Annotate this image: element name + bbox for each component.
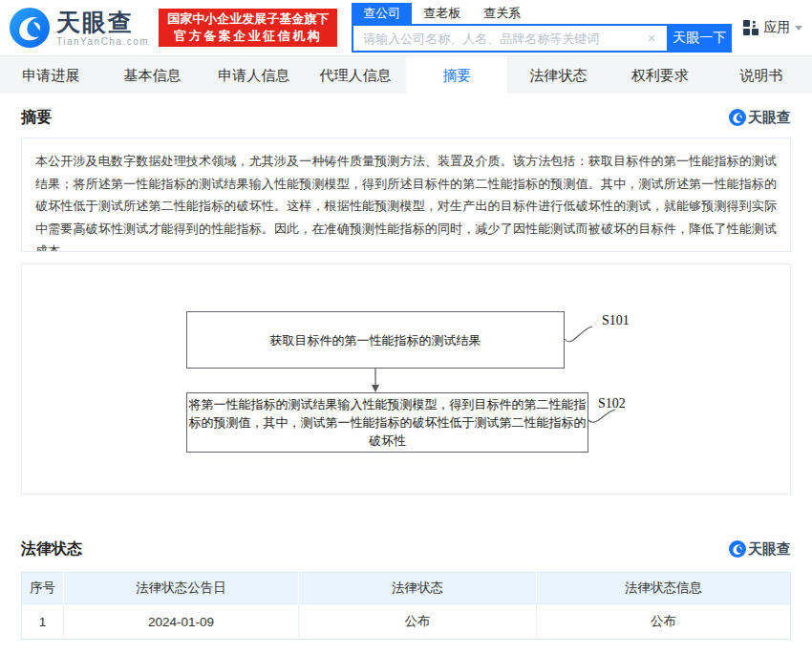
chevron-down-icon xyxy=(795,26,802,31)
tab-abstract[interactable]: 摘要 xyxy=(406,56,507,94)
col-header-index: 序号 xyxy=(22,573,64,604)
tianyancha-swirl-icon xyxy=(10,8,50,48)
apps-menu[interactable]: 应用 xyxy=(743,19,802,36)
search-tab-company[interactable]: 查公司 xyxy=(352,3,412,24)
legal-title: 法律状态 xyxy=(21,539,82,559)
abstract-section-header: 摘要 天眼查 xyxy=(21,105,791,130)
tab-legal-status[interactable]: 法律状态 xyxy=(507,56,609,94)
patent-nav-tabs: 申请进展 基本信息 申请人信息 代理人信息 摘要 法律状态 权利要求 说明书 xyxy=(0,55,812,94)
abstract-title: 摘要 xyxy=(21,108,52,128)
table-row: 1 2024-01-09 公布 公布 xyxy=(22,604,791,640)
apps-label: 应用 xyxy=(763,19,790,36)
search-button[interactable]: 天眼一下 xyxy=(667,24,732,53)
official-badge: 国家中小企业发展子基金旗下 官方备案企业征信机构 xyxy=(159,9,337,47)
watermark-text: 天眼查 xyxy=(748,109,791,127)
legal-status-table: 序号 法律状态公告日 法律状态 法律状态信息 1 2024-01-09 公布 公… xyxy=(21,572,791,640)
flow-step-1-text: 获取目标件的第一性能指标的测试结果 xyxy=(270,331,481,349)
brand-block: 天眼查 TianYanCha.com xyxy=(56,10,149,47)
abstract-text: 本公开涉及电数字数据处理技术领域，尤其涉及一种铸件质量预测方法、装置及介质。该方… xyxy=(35,154,777,252)
search-tab-relation[interactable]: 查关系 xyxy=(472,3,532,24)
badge-line1: 国家中小企业发展子基金旗下 xyxy=(167,11,329,28)
flow-step-1-box: 获取目标件的第一性能指标的测试结果 xyxy=(186,311,565,369)
legal-section-header: 法律状态 天眼查 xyxy=(21,537,791,561)
watermark: 天眼查 xyxy=(729,109,791,127)
search-input-wrap: × xyxy=(352,24,667,53)
flow-step-1-label: S101 xyxy=(602,313,630,328)
search-tabs: 查公司 查老板 查关系 xyxy=(352,3,732,24)
apps-grid-icon xyxy=(743,20,759,35)
tianyancha-logo[interactable]: 天眼查 TianYanCha.com xyxy=(10,8,149,48)
badge-line2: 官方备案企业征信机构 xyxy=(167,28,329,45)
col-header-legal-status-info: 法律状态信息 xyxy=(537,573,791,604)
cell-announce-date: 2024-01-09 xyxy=(64,604,299,640)
flow-step-2-box: 将第一性能指标的测试结果输入性能预测模型，得到目标件的第二性能指 标的预测值，其… xyxy=(186,392,588,453)
flow-step-2-label: S102 xyxy=(598,396,626,411)
patent-flowchart: 获取目标件的第一性能指标的测试结果 S101 将第一性能指标的测试结果输入性能预… xyxy=(21,264,791,495)
col-header-announce-date: 法律状态公告日 xyxy=(64,573,299,604)
top-header: 天眼查 TianYanCha.com 国家中小企业发展子基金旗下 官方备案企业征… xyxy=(0,0,812,55)
search-tab-boss[interactable]: 查老板 xyxy=(412,3,472,24)
brand-name: 天眼查 xyxy=(56,10,149,35)
flow-step-2-line2: 标的预测值，其中，测试第一性能指标的破坏性低于测试第二性能指标的 xyxy=(189,413,587,432)
tab-specification[interactable]: 说明书 xyxy=(711,56,812,94)
tab-basic-info[interactable]: 基本信息 xyxy=(101,56,203,94)
tianyancha-swirl-icon xyxy=(729,540,746,558)
tab-application-progress[interactable]: 申请进展 xyxy=(0,56,101,94)
flowchart-connectors xyxy=(22,264,790,494)
tab-applicant-info[interactable]: 申请人信息 xyxy=(203,56,305,94)
tianyancha-swirl-icon xyxy=(729,109,746,126)
cell-legal-status-info: 公布 xyxy=(537,604,791,640)
brand-domain: TianYanCha.com xyxy=(56,36,149,47)
tab-claims[interactable]: 权利要求 xyxy=(609,56,711,94)
watermark: 天眼查 xyxy=(729,540,791,559)
table-header-row: 序号 法律状态公告日 法律状态 法律状态信息 xyxy=(22,573,791,604)
cell-legal-status: 公布 xyxy=(299,604,537,640)
flow-step-2-line3: 破坏性 xyxy=(369,432,406,450)
flow-step-2-line1: 将第一性能指标的测试结果输入性能预测模型，得到目标件的第二性能指 xyxy=(189,395,587,413)
tab-agent-info[interactable]: 代理人信息 xyxy=(305,56,406,94)
col-header-legal-status: 法律状态 xyxy=(299,573,537,604)
watermark-text: 天眼查 xyxy=(748,540,791,559)
search-bar: × 天眼一下 xyxy=(352,24,732,53)
search-area: 查公司 查老板 查关系 × 天眼一下 xyxy=(352,3,732,53)
abstract-text-box: 本公开涉及电数字数据处理技术领域，尤其涉及一种铸件质量预测方法、装置及介质。该方… xyxy=(21,137,791,252)
header-utilities: 应用 合作通道 企 xyxy=(743,19,812,36)
clear-icon[interactable]: × xyxy=(644,31,659,46)
search-input[interactable] xyxy=(352,24,667,53)
cell-index: 1 xyxy=(22,604,64,640)
